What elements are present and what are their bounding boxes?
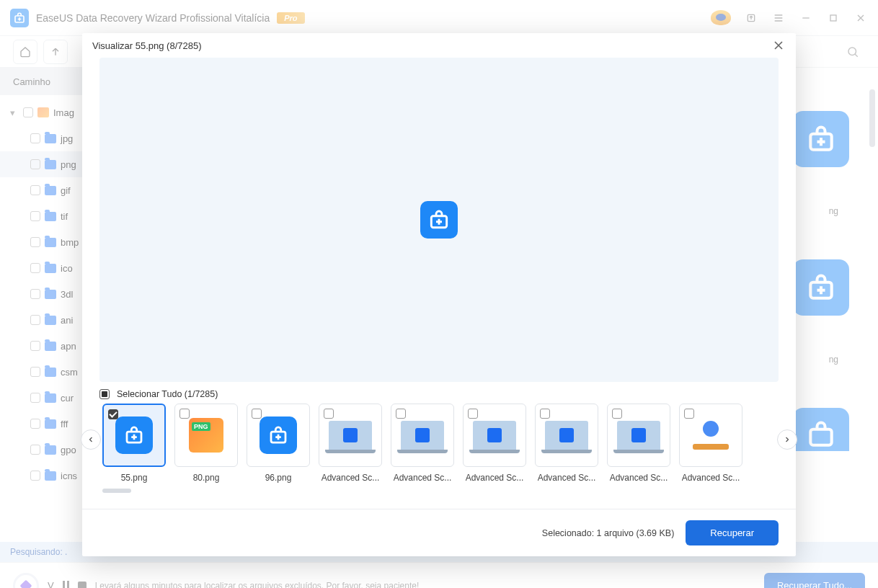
misc-icon xyxy=(693,421,729,450)
laptop-icon xyxy=(617,421,660,450)
select-all-checkbox[interactable] xyxy=(99,389,110,399)
preview-modal-overlay: Visualizar 55.png (8/7285) Selecionar Tu… xyxy=(0,0,878,588)
modal-close-button[interactable] xyxy=(771,38,786,53)
thumb-checkbox[interactable] xyxy=(252,409,262,419)
thumbnail-item[interactable]: Advanced Sc... xyxy=(319,404,382,483)
app-icon xyxy=(115,416,153,454)
thumb-label: 80.png xyxy=(193,473,220,483)
laptop-icon xyxy=(545,421,588,450)
select-all-label: Selecionar Tudo (1/7285) xyxy=(117,389,218,399)
thumbnail-item[interactable]: Advanced Sc... xyxy=(391,404,454,483)
thumb-box[interactable] xyxy=(247,404,310,467)
thumb-checkbox[interactable] xyxy=(396,409,406,419)
thumb-box[interactable] xyxy=(607,404,670,467)
thumbnail-strip: 55.png80.png96.pngAdvanced Sc...Advanced… xyxy=(102,404,776,483)
thumb-checkbox[interactable] xyxy=(468,409,478,419)
thumbnail-item[interactable]: Advanced Sc... xyxy=(535,404,598,483)
thumbnail-item[interactable]: Advanced Sc... xyxy=(607,404,670,483)
thumb-label: Advanced Sc... xyxy=(682,473,740,483)
thumb-checkbox[interactable] xyxy=(108,409,118,419)
thumb-label: Advanced Sc... xyxy=(610,473,668,483)
thumb-label: 96.png xyxy=(265,473,292,483)
thumbnail-item[interactable]: 55.png xyxy=(102,404,166,483)
app-icon xyxy=(260,416,297,454)
recover-button[interactable]: Recuperar xyxy=(686,520,779,545)
thumb-label: Advanced Sc... xyxy=(394,473,452,483)
thumb-label: Advanced Sc... xyxy=(466,473,524,483)
thumbnail-item[interactable]: Advanced Sc... xyxy=(463,404,526,483)
thumb-box[interactable] xyxy=(463,404,526,467)
thumb-prev-button[interactable] xyxy=(81,429,101,450)
preview-modal: Visualizar 55.png (8/7285) Selecionar Tu… xyxy=(82,33,796,556)
thumb-label: Advanced Sc... xyxy=(538,473,596,483)
thumb-label: Advanced Sc... xyxy=(322,473,380,483)
thumb-scrollbar[interactable] xyxy=(102,489,131,493)
thumb-box[interactable] xyxy=(391,404,454,467)
thumb-label: 55.png xyxy=(121,473,148,483)
thumbnail-item[interactable]: 96.png xyxy=(247,404,310,483)
laptop-icon xyxy=(329,421,372,450)
thumb-checkbox[interactable] xyxy=(684,409,694,419)
png-icon xyxy=(189,418,223,453)
selection-info: Selecionado: 1 arquivo (3.69 KB) xyxy=(542,528,674,538)
thumbnail-item[interactable]: 80.png xyxy=(174,404,238,483)
thumb-checkbox[interactable] xyxy=(179,409,190,419)
thumb-next-button[interactable] xyxy=(777,429,797,450)
thumb-checkbox[interactable] xyxy=(612,409,622,419)
thumb-box[interactable] xyxy=(535,404,598,467)
laptop-icon xyxy=(473,421,516,450)
thumb-checkbox[interactable] xyxy=(324,409,334,419)
modal-title: Visualizar 55.png (8/7285) xyxy=(92,40,202,51)
preview-image xyxy=(420,201,458,239)
preview-area xyxy=(99,58,779,382)
thumb-checkbox[interactable] xyxy=(540,409,550,419)
thumb-box[interactable] xyxy=(679,404,742,467)
thumb-box[interactable] xyxy=(319,404,382,467)
thumbnail-item[interactable]: Advanced Sc... xyxy=(679,404,742,483)
laptop-icon xyxy=(401,421,444,450)
thumb-box[interactable] xyxy=(102,404,166,467)
thumb-box[interactable] xyxy=(174,404,238,467)
